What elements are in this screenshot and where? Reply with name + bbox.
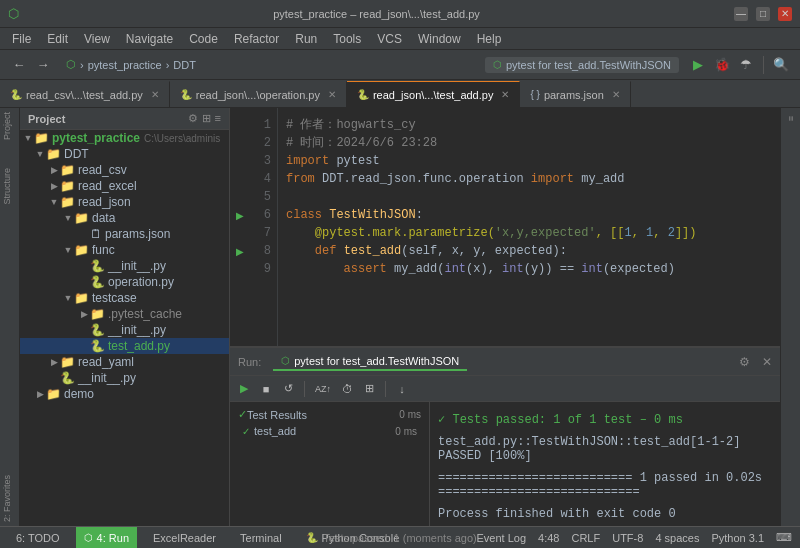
tab-read-json-test-add[interactable]: 🐍 read_json\...\test_add.py ✕ xyxy=(347,81,520,107)
close-icon[interactable]: ✕ xyxy=(762,355,772,369)
window-title: pytest_practice – read_json\...\test_add… xyxy=(273,8,480,20)
gutter-8[interactable]: ▶ xyxy=(230,242,250,260)
spaces-label[interactable]: 4 spaces xyxy=(655,532,699,544)
tab-close-3[interactable]: ✕ xyxy=(501,89,509,100)
charset-label[interactable]: UTF-8 xyxy=(612,532,643,544)
tree-ddt-init[interactable]: ▶ 🐍 __init__.py xyxy=(20,370,229,386)
tree-func-init[interactable]: ▶ 🐍 __init__.py xyxy=(20,258,229,274)
gutter-9 xyxy=(230,260,250,278)
sort-alpha-button[interactable]: AZ↑ xyxy=(311,379,335,399)
tab-read-json-operation[interactable]: 🐍 read_json\...\operation.py ✕ xyxy=(170,81,347,107)
menu-help[interactable]: Help xyxy=(469,30,510,48)
editor-tab-bar: 🐍 read_csv\...\test_add.py ✕ 🐍 read_json… xyxy=(0,80,800,108)
menu-run[interactable]: Run xyxy=(287,30,325,48)
debug-button[interactable]: 🐞 xyxy=(711,54,733,76)
project-panel-title: Project xyxy=(28,113,65,125)
minimize-button[interactable]: — xyxy=(734,7,748,21)
tree-read-json[interactable]: ▼ 📁 read_json xyxy=(20,194,229,210)
bottom-panel: Run: ⬡ pytest for test_add.TestWithJSON … xyxy=(230,346,780,526)
tree-testcase-init[interactable]: ▶ 🐍 __init__.py xyxy=(20,322,229,338)
tree-read-yaml[interactable]: ▶ 📁 read_yaml xyxy=(20,354,229,370)
tab-close-1[interactable]: ✕ xyxy=(151,89,159,100)
tree-params-json[interactable]: ▶ 🗒 params.json xyxy=(20,226,229,242)
menu-edit[interactable]: Edit xyxy=(39,30,76,48)
find-button[interactable]: 🔍 xyxy=(770,54,792,76)
gutter-1 xyxy=(230,116,250,134)
status-tab-todo[interactable]: 6: TODO xyxy=(8,527,68,549)
menu-window[interactable]: Window xyxy=(410,30,469,48)
editor-scrollbar[interactable] xyxy=(772,108,780,346)
coverage-button[interactable]: ☂ xyxy=(735,54,757,76)
line-col: 4:48 xyxy=(538,532,559,544)
run-configuration[interactable]: ⬡ pytest for test_add.TestWithJSON xyxy=(485,57,679,73)
menu-tools[interactable]: Tools xyxy=(325,30,369,48)
gutter-6[interactable]: ▶ xyxy=(230,206,250,224)
run-tab-label: pytest for test_add.TestWithJSON xyxy=(294,355,459,367)
tree-read-excel[interactable]: ▶ 📁 read_excel xyxy=(20,178,229,194)
tree-func[interactable]: ▼ 📁 func xyxy=(20,242,229,258)
test-result-test-add[interactable]: ✓ test_add 0 ms xyxy=(234,423,425,439)
breadcrumb-root[interactable]: pytest_practice xyxy=(88,59,162,71)
gutter-7 xyxy=(230,224,250,242)
menu-view[interactable]: View xyxy=(76,30,118,48)
status-bar: 6: TODO ⬡ 4: Run ExcelReader Terminal 🐍 … xyxy=(0,526,800,548)
tree-test-add-py[interactable]: ▶ 🐍 test_add.py xyxy=(20,338,229,354)
menu-refactor[interactable]: Refactor xyxy=(226,30,287,48)
rerun-failed-button[interactable]: ↺ xyxy=(278,379,298,399)
run-tab-active[interactable]: ⬡ pytest for test_add.TestWithJSON xyxy=(273,353,467,371)
python-version[interactable]: Python 3.1 xyxy=(711,532,764,544)
tab-read-csv-test-add[interactable]: 🐍 read_csv\...\test_add.py ✕ xyxy=(0,81,170,107)
run-button[interactable]: ▶ xyxy=(687,54,709,76)
structure-tab-label[interactable]: Structure xyxy=(0,164,19,209)
stop-button[interactable]: ■ xyxy=(256,379,276,399)
menu-bar: File Edit View Navigate Code Refactor Ru… xyxy=(0,28,800,50)
menu-code[interactable]: Code xyxy=(181,30,226,48)
tab-close-2[interactable]: ✕ xyxy=(328,89,336,100)
event-log-label[interactable]: Event Log xyxy=(477,532,527,544)
favorites-tab-label[interactable]: 2: Favorites xyxy=(0,471,19,526)
sort-duration-button[interactable]: ⏱ xyxy=(337,379,357,399)
status-tab-excel[interactable]: ExcelReader xyxy=(145,527,224,549)
project-tree: ▼ 📁 pytest_practice C:\Users\adminis ▼ 📁… xyxy=(20,130,229,526)
tab-close-4[interactable]: ✕ xyxy=(612,89,620,100)
tab-params-json[interactable]: { } params.json ✕ xyxy=(520,81,630,107)
forward-button[interactable]: → xyxy=(32,54,54,76)
output-line-2: test_add.py::TestWithJSON::test_add[1-1-… xyxy=(438,435,764,463)
menu-navigate[interactable]: Navigate xyxy=(118,30,181,48)
tree-root[interactable]: ▼ 📁 pytest_practice C:\Users\adminis xyxy=(20,130,229,146)
output-line-4: Process finished with exit code 0 xyxy=(438,507,764,521)
tree-testcase[interactable]: ▼ 📁 testcase xyxy=(20,290,229,306)
project-tab-label[interactable]: Project xyxy=(0,108,19,144)
expand-icon[interactable]: ⊞ xyxy=(202,112,211,125)
tab-json-icon: { } xyxy=(530,89,539,100)
tree-data[interactable]: ▼ 📁 data xyxy=(20,210,229,226)
tree-read-csv[interactable]: ▶ 📁 read_csv xyxy=(20,162,229,178)
status-tab-run[interactable]: ⬡ 4: Run xyxy=(76,527,137,549)
output-separator-text: =========================== 1 passed in … xyxy=(438,471,762,499)
right-panel-label[interactable]: ≡ xyxy=(784,112,798,125)
settings-icon[interactable]: ⚙ xyxy=(739,355,750,369)
menu-vcs[interactable]: VCS xyxy=(369,30,410,48)
status-tab-terminal[interactable]: Terminal xyxy=(232,527,290,549)
tree-demo[interactable]: ▶ 📁 demo xyxy=(20,386,229,402)
breadcrumb-project[interactable]: ⬡ xyxy=(66,58,76,71)
tree-operation-py[interactable]: ▶ 🐍 operation.py xyxy=(20,274,229,290)
output-passed-text: test_add.py::TestWithJSON::test_add[1-1-… xyxy=(438,435,740,463)
breadcrumb-ddt[interactable]: DDT xyxy=(173,59,196,71)
output-scrollbar[interactable] xyxy=(772,402,780,526)
tree-ddt[interactable]: ▼ 📁 DDT xyxy=(20,146,229,162)
menu-file[interactable]: File xyxy=(4,30,39,48)
scroll-end-button[interactable]: ↓ xyxy=(392,379,412,399)
output-line-1: ✓ Tests passed: 1 of 1 test – 0 ms xyxy=(438,412,764,427)
output-pass-icon: ✓ xyxy=(438,413,452,427)
expand-all-button[interactable]: ⊞ xyxy=(359,379,379,399)
left-activity-bar: Project Structure 2: Favorites xyxy=(0,108,20,526)
maximize-button[interactable]: □ xyxy=(756,7,770,21)
rerun-button[interactable]: ▶ xyxy=(234,379,254,399)
crlf-label[interactable]: CRLF xyxy=(571,532,600,544)
back-button[interactable]: ← xyxy=(8,54,30,76)
gear-icon[interactable]: ⚙ xyxy=(188,112,198,125)
close-button[interactable]: ✕ xyxy=(778,7,792,21)
tree-pytest-cache[interactable]: ▶ 📁 .pytest_cache xyxy=(20,306,229,322)
settings-icon[interactable]: ≡ xyxy=(215,112,221,125)
